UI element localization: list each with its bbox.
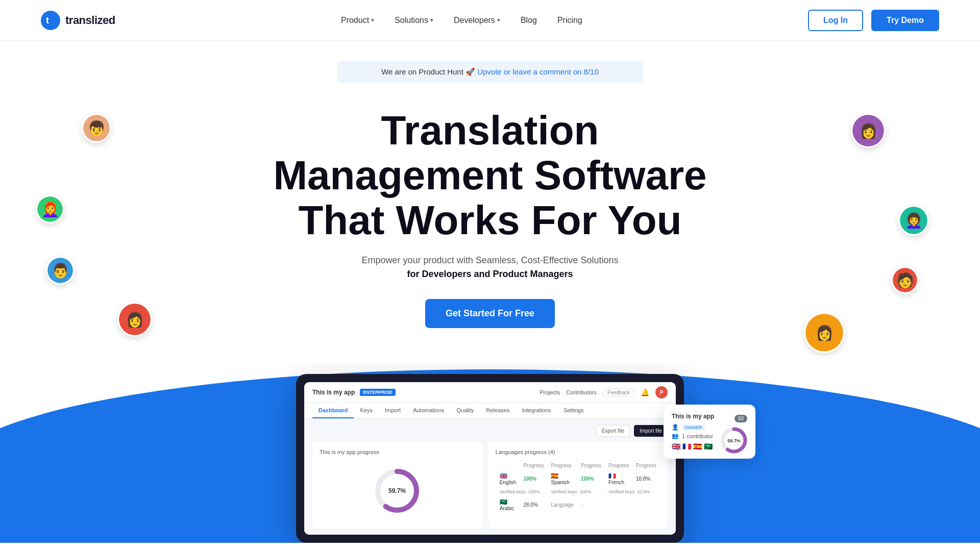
nav-tab-keys[interactable]: Keys [354, 403, 378, 418]
mini-card-role: OWNER [682, 424, 705, 431]
dashboard-section: This is my app ENTERPRISE Projects Contr… [0, 364, 980, 543]
logo-text: translized [65, 14, 115, 27]
dashboard-wrap: This is my app ENTERPRISE Projects Contr… [0, 374, 980, 543]
lang-col-header [497, 461, 520, 470]
app-title: This is my app [312, 389, 355, 396]
flag-fr: 🇫🇷 [682, 442, 691, 450]
nav-item-solutions[interactable]: Solutions ▾ [395, 16, 433, 25]
projects-link[interactable]: Projects [540, 389, 560, 395]
hero-subtext: Empower your product with Seamless, Cost… [10, 255, 970, 266]
get-started-button[interactable]: Get Started For Free [425, 299, 555, 328]
app-progress-card: This is my app progress 59.7% [312, 442, 482, 529]
languages-card-title: Languages progress (4) [496, 449, 660, 455]
product-hunt-banner-wrap: We are on Product Hunt 🚀 Upvote or leave… [0, 51, 980, 83]
lang-progress-es: 100% [578, 471, 604, 487]
nav-item-blog[interactable]: Blog [521, 16, 537, 25]
nav-tab-integrations[interactable]: Integrations [516, 403, 557, 418]
table-row: 🇸🇦Arabic 28.0% Language - [497, 497, 659, 513]
chevron-down-icon: ▾ [371, 17, 374, 23]
lang-flag-fr: 🇫🇷French [605, 471, 632, 487]
lang-flag-en: 🇬🇧English [497, 471, 520, 487]
progress-card-title: This is my app progress [320, 449, 475, 455]
chevron-down-icon: ▾ [430, 17, 433, 23]
logo-icon: t [41, 11, 60, 30]
ph-static-text: We are on Product Hunt 🚀 [381, 67, 475, 76]
mini-card-contributors: 1 contributor [682, 433, 713, 439]
logo[interactable]: t translized [41, 11, 115, 30]
nav-item-product[interactable]: Product ▾ [341, 16, 374, 25]
svg-text:59.7%: 59.7% [727, 438, 741, 443]
device-topbar: This is my app ENTERPRISE Projects Contr… [304, 382, 676, 403]
device-nav: Dashboard Keys Import Automations Qualit… [304, 403, 676, 419]
progress-donut: 59.7% [372, 465, 423, 516]
verified-label-fr: Verified keys: 10.8% [605, 488, 659, 496]
lang-progress-placeholder: - [578, 497, 604, 513]
svg-point-0 [41, 11, 60, 30]
nav-tab-settings[interactable]: Settings [557, 403, 590, 418]
hero-headline: Translation Management Software That Wor… [260, 108, 720, 243]
device-toolbar: Export file Import file [312, 425, 668, 437]
verified-label-es: Verified keys: 100% [548, 488, 604, 496]
table-row: 🇬🇧English 100% 🇪🇸Spanish 100% 🇫🇷French 1… [497, 471, 659, 487]
enterprise-badge: ENTERPRISE [360, 389, 396, 396]
progress-col-header-4: Progress [605, 461, 632, 470]
flag-sa: 🇸🇦 [704, 442, 713, 450]
device-screen: This is my app ENTERPRISE Projects Contr… [304, 382, 676, 535]
lang-progress-fr: 10.8% [633, 471, 659, 487]
import-button[interactable]: Import file [634, 425, 668, 437]
mini-card: This is my app 93 👤 OWNER 👥 1 contributo… [664, 405, 755, 459]
languages-table: Progress Progress Progress Progress Prog… [496, 460, 660, 514]
user-avatar: P [655, 386, 668, 398]
progress-row: This is my app progress 59.7% [312, 442, 668, 529]
lang-progress-ar: 28.0% [520, 497, 547, 513]
hero-subtext-bold: for Developers and Product Managers [10, 269, 970, 280]
ph-link[interactable]: Upvote or leave a comment on 8/10 [477, 67, 599, 76]
hero-content: Translation Management Software That Wor… [10, 108, 970, 328]
person-icon: 👤 [672, 424, 679, 431]
navbar: t translized Product ▾ Solutions ▾ Devel… [0, 0, 980, 41]
nav-tab-quality[interactable]: Quality [450, 403, 480, 418]
table-row: Verified keys: 100% Verified keys: 100% … [497, 488, 659, 496]
export-button[interactable]: Export file [596, 425, 630, 437]
nav-item-pricing[interactable]: Pricing [557, 16, 582, 25]
mini-card-title: This is my app [672, 413, 714, 420]
lang-flag-es: 🇪🇸Spanish [548, 471, 577, 487]
nav-item-developers[interactable]: Developers ▾ [454, 16, 500, 25]
nav-tab-automations[interactable]: Automations [407, 403, 450, 418]
mini-card-donut: 59.7% [719, 425, 749, 457]
lang-flag-ar: 🇸🇦Arabic [497, 497, 520, 513]
progress-col-header-2: Progress [548, 461, 577, 470]
nav-tab-releases[interactable]: Releases [480, 403, 516, 418]
nav-tab-import[interactable]: Import [379, 403, 407, 418]
lang-placeholder: Language [548, 497, 577, 513]
try-demo-button[interactable]: Try Demo [871, 10, 939, 31]
hero-section: 👦 👩‍🦰 👨 👩 👩 👩‍🦱 🧑 👩 Translation Manageme… [0, 83, 980, 343]
progress-col-header-3: Progress [578, 461, 604, 470]
verified-label-en: Verified keys: 100% [497, 488, 547, 496]
progress-col-header-5: Progress [633, 461, 659, 470]
product-hunt-banner: We are on Product Hunt 🚀 Upvote or leave… [337, 61, 643, 83]
nav-actions: Log In Try Demo [808, 10, 939, 31]
feedback-button[interactable]: Feedback [603, 388, 634, 397]
flag-gb: 🇬🇧 [672, 442, 680, 450]
login-button[interactable]: Log In [808, 10, 863, 31]
device-content: Export file Import file This is my app p… [304, 419, 676, 535]
mini-card-badge: 93 [734, 415, 747, 422]
chevron-down-icon: ▾ [497, 17, 500, 23]
contributors-link[interactable]: Contributors [566, 389, 597, 395]
contributors-icon: 👥 [672, 433, 679, 439]
languages-progress-card: Languages progress (4) Progress Progress… [488, 442, 668, 529]
svg-text:t: t [46, 15, 49, 26]
dashboard-device: This is my app ENTERPRISE Projects Contr… [296, 374, 684, 543]
device-topbar-left: This is my app ENTERPRISE [312, 389, 396, 396]
lang-progress-en: 100% [520, 471, 547, 487]
svg-text:59.7%: 59.7% [388, 487, 406, 494]
bell-icon[interactable]: 🔔 [641, 388, 649, 396]
flag-es: 🇪🇸 [693, 442, 702, 450]
nav-tab-dashboard[interactable]: Dashboard [312, 403, 354, 418]
progress-col-header: Progress [520, 461, 547, 470]
device-topbar-right: Projects Contributors Feedback 🔔 P [540, 386, 668, 398]
nav-links: Product ▾ Solutions ▾ Developers ▾ Blog … [341, 16, 582, 25]
